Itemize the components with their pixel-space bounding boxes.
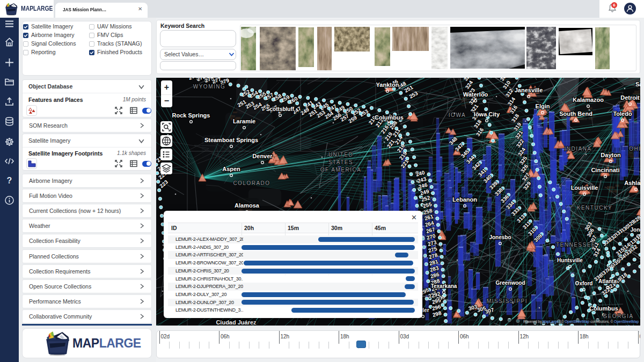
svg-text:Rock Springs: Rock Springs (172, 112, 210, 119)
svg-text:STATES: STATES (328, 159, 353, 165)
svg-text:Dayton: Dayton (601, 152, 621, 158)
svg-text:Aspen: Aspen (222, 166, 240, 172)
svg-text:259: 259 (347, 114, 358, 124)
svg-text:TENNESSEE: TENNESSEE (556, 242, 596, 248)
svg-text:Ashland: Ashland (624, 180, 640, 186)
svg-text:Alamosa: Alamosa (235, 202, 260, 209)
svg-text:Atlanta: Atlanta (598, 278, 617, 284)
svg-text:Janesville: Janesville (515, 87, 543, 93)
svg-text:Elgin: Elgin (536, 103, 550, 109)
svg-text:Scottsbluff: Scottsbluff (266, 106, 295, 112)
svg-text:Denver: Denver (252, 153, 273, 159)
svg-text:Lebanon: Lebanon (452, 196, 477, 203)
svg-text:OF AMERICA: OF AMERICA (320, 167, 362, 173)
svg-text:COLORADO: COLORADO (233, 180, 270, 186)
svg-text:?: ? (7, 176, 12, 185)
svg-text:UNITED: UNITED (328, 152, 353, 158)
svg-text:Yankton: Yankton (376, 82, 399, 88)
svg-text:Toledo: Toledo (613, 110, 632, 117)
svg-text:223: 223 (158, 179, 169, 189)
svg-text:322: 322 (515, 138, 525, 149)
svg-text:Jonesbo: Jonesbo (489, 234, 511, 240)
svg-text:329: 329 (522, 180, 532, 191)
svg-text:IOWA: IOWA (449, 112, 466, 118)
svg-text:Iowa City: Iowa City (474, 111, 500, 117)
svg-text:South Bend: South Bend (559, 110, 592, 117)
svg-text:Jones: Jones (631, 227, 640, 233)
svg-text:WYOMING: WYOMING (193, 84, 226, 90)
svg-text:Waterloo: Waterloo (463, 91, 488, 98)
svg-text:INDIANA: INDIANA (564, 146, 591, 152)
svg-text:Ciudad Juárez: Ciudad Juárez (216, 319, 257, 326)
svg-text:Kalamazoo: Kalamazoo (573, 97, 604, 103)
svg-text:Huntsville: Huntsville (557, 257, 583, 263)
svg-text:Sa: Sa (635, 81, 640, 87)
svg-text:GEORGIA: GEORGIA (603, 313, 633, 319)
svg-text:OHIO: OHIO (629, 146, 640, 152)
svg-text:Texarkana: Texarkana (431, 283, 457, 289)
svg-text:Cincinnati: Cincinnati (591, 167, 619, 173)
svg-text:Steamboat Springs: Steamboat Springs (204, 137, 258, 143)
svg-text:KENTUCKY: KENTUCKY (577, 205, 612, 211)
svg-text:Columbus: Columbus (375, 114, 404, 121)
svg-text:MISSISSIPPI: MISSISSIPPI (487, 298, 528, 304)
svg-text:Detroit: Detroit (620, 94, 640, 101)
svg-text:Louisville: Louisville (571, 184, 598, 191)
svg-text:Greenwood: Greenwood (495, 280, 525, 286)
svg-text:Laramie: Laramie (233, 118, 255, 124)
svg-text:Oxford: Oxford (575, 280, 593, 286)
